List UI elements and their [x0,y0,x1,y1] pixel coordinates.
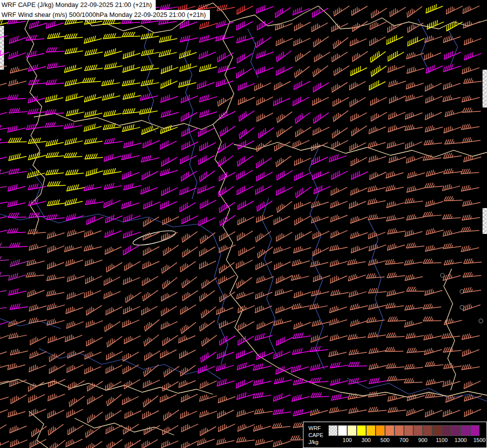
legend-color-box-0 [328,425,338,436]
weather-map-page: WRF CAPE (J/kg) Monday 22-09-2025 21:00 … [0,0,487,448]
legend-color-boxes [328,425,480,436]
legend-color-box-8 [404,425,413,436]
legend-color-box-6 [385,425,394,436]
legend-meta: WRF CAPE J/kg [308,425,323,446]
legend-color-scale: 100300500700900110013001500 [328,425,480,444]
legend-color-box-7 [394,425,404,436]
title-line-wind-shear: WRF Wind shear (m/s) 500/1000hPa Monday … [0,10,210,20]
legend-tick-100: 100 [338,437,357,443]
legend-tick-500: 500 [376,437,394,443]
legend-color-box-11 [432,425,442,436]
legend-color-box-10 [423,425,432,436]
legend-color-box-5 [376,425,385,436]
legend-tick-1500: 1500 [470,437,487,443]
legend-color-box-1 [338,425,347,436]
legend-color-box-3 [357,425,366,436]
legend-tick-700: 700 [394,437,413,443]
legend-tick-300: 300 [357,437,376,443]
legend-tick-900: 900 [413,437,432,443]
legend-color-box-12 [442,425,451,436]
legend-tick-1100: 1100 [432,437,451,443]
legend-color-box-15 [470,425,480,436]
title-line-cape: WRF CAPE (J/kg) Monday 22-09-2025 21:00 … [0,0,156,10]
legend-color-box-9 [413,425,423,436]
legend-variable-label: CAPE [308,432,323,439]
legend-color-box-2 [347,425,357,436]
legend-tick-1300: 1300 [451,437,470,443]
legend-model-label: WRF [308,425,323,432]
legend-tick-labels: 100300500700900110013001500 [328,436,480,444]
legend-color-box-13 [451,425,461,436]
legend-color-box-14 [461,425,470,436]
legend-unit-label: J/kg [308,439,323,446]
wind-shear-map-canvas [0,0,487,448]
legend-color-box-4 [366,425,376,436]
cape-legend: WRF CAPE J/kg 10030050070090011001300150… [303,422,487,448]
